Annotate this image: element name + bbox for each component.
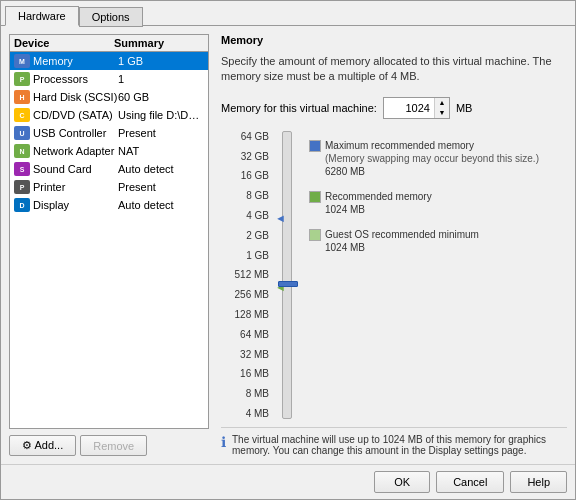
legend-text-2: Guest OS recommended minimum1024 MB	[325, 228, 479, 254]
scale-label: 512 MB	[221, 269, 269, 280]
tab-hardware[interactable]: Hardware	[5, 6, 79, 26]
memory-input-row: Memory for this virtual machine: ▲ ▼ MB	[221, 97, 567, 119]
legend-color-0	[309, 140, 321, 152]
dialog: Hardware Options Device Summary MMemory1…	[0, 0, 576, 500]
device-col-header: Device	[14, 37, 114, 49]
cancel-button[interactable]: Cancel	[436, 471, 504, 493]
scale-label: 8 GB	[221, 190, 269, 201]
spin-up[interactable]: ▲	[435, 98, 449, 108]
memory-input-box: ▲ ▼	[383, 97, 450, 119]
info-icon: ℹ	[221, 434, 226, 450]
device-row-sound-card[interactable]: SSound CardAuto detect	[10, 160, 208, 178]
scale-label: 8 MB	[221, 388, 269, 399]
network-adapter-icon: N	[14, 144, 30, 158]
slider-track[interactable]: ◄ ◄	[282, 131, 292, 419]
device-row-display[interactable]: DDisplayAuto detect	[10, 196, 208, 214]
usb-controller-summary: Present	[118, 127, 204, 139]
info-text: The virtual machine will use up to 1024 …	[232, 434, 567, 456]
scale-label: 16 GB	[221, 170, 269, 181]
printer-summary: Present	[118, 181, 204, 193]
summary-col-header: Summary	[114, 37, 164, 49]
processors-icon: P	[14, 72, 30, 86]
scale-label: 128 MB	[221, 309, 269, 320]
memory-input-label: Memory for this virtual machine:	[221, 102, 377, 114]
device-row-memory[interactable]: MMemory1 GB	[10, 52, 208, 70]
usb-controller-name: USB Controller	[33, 127, 118, 139]
cd-dvd-sata-name: CD/DVD (SATA)	[33, 109, 118, 121]
memory-icon: M	[14, 54, 30, 68]
sound-card-name: Sound Card	[33, 163, 118, 175]
scale-label: 4 MB	[221, 408, 269, 419]
tab-options[interactable]: Options	[79, 7, 143, 27]
help-button[interactable]: Help	[510, 471, 567, 493]
slider-labels: 64 GB32 GB16 GB8 GB4 GB2 GB1 GB512 MB256…	[221, 131, 269, 419]
hard-disk-scsi-icon: H	[14, 90, 30, 104]
slider-legend: Maximum recommended memory(Memory swappi…	[305, 131, 539, 419]
legend-item-0: Maximum recommended memory(Memory swappi…	[309, 139, 539, 178]
memory-section-title: Memory	[221, 34, 567, 46]
remove-button[interactable]: Remove	[80, 435, 147, 456]
display-icon: D	[14, 198, 30, 212]
sound-card-icon: S	[14, 162, 30, 176]
tab-bar: Hardware Options	[1, 1, 575, 26]
device-table-header: Device Summary	[10, 35, 208, 52]
btn-row: ⚙ Add... Remove	[9, 433, 209, 456]
memory-spinner: ▲ ▼	[434, 98, 449, 118]
device-row-network-adapter[interactable]: NNetwork AdapterNAT	[10, 142, 208, 160]
footer: OK Cancel Help	[1, 464, 575, 499]
scale-label: 16 MB	[221, 368, 269, 379]
main-content: Device Summary MMemory1 GBPProcessors1HH…	[1, 26, 575, 464]
usb-controller-icon: U	[14, 126, 30, 140]
hard-disk-scsi-summary: 60 GB	[118, 91, 204, 103]
scale-label: 4 GB	[221, 210, 269, 221]
display-summary: Auto detect	[118, 199, 204, 211]
legend-item-1: Recommended memory1024 MB	[309, 190, 539, 216]
legend-color-1	[309, 191, 321, 203]
legend-item-2: Guest OS recommended minimum1024 MB	[309, 228, 539, 254]
printer-icon: P	[14, 180, 30, 194]
scale-label: 256 MB	[221, 289, 269, 300]
right-panel: Memory Specify the amount of memory allo…	[217, 34, 567, 456]
processors-name: Processors	[33, 73, 118, 85]
ok-button[interactable]: OK	[374, 471, 430, 493]
cd-dvd-sata-icon: C	[14, 108, 30, 122]
scale-label: 32 MB	[221, 349, 269, 360]
slider-track-container: ◄ ◄	[273, 131, 301, 419]
scale-label: 32 GB	[221, 151, 269, 162]
scale-label: 1 GB	[221, 250, 269, 261]
add-button[interactable]: ⚙ Add...	[9, 435, 76, 456]
printer-name: Printer	[33, 181, 118, 193]
device-row-cd-dvd-sata[interactable]: CCD/DVD (SATA)Using file D:\DOCUMENT\AP\…	[10, 106, 208, 124]
slider-area: 64 GB32 GB16 GB8 GB4 GB2 GB1 GB512 MB256…	[221, 131, 567, 419]
device-row-processors[interactable]: PProcessors1	[10, 70, 208, 88]
slider-thumb[interactable]	[278, 281, 298, 287]
scale-label: 2 GB	[221, 230, 269, 241]
memory-summary: 1 GB	[118, 55, 204, 67]
device-row-printer[interactable]: PPrinterPresent	[10, 178, 208, 196]
legend-text-0: Maximum recommended memory(Memory swappi…	[325, 139, 539, 178]
left-panel: Device Summary MMemory1 GBPProcessors1HH…	[9, 34, 209, 456]
processors-summary: 1	[118, 73, 204, 85]
scale-label: 64 MB	[221, 329, 269, 340]
add-icon: ⚙	[22, 439, 32, 451]
max-rec-arrow: ◄	[275, 212, 286, 224]
memory-input[interactable]	[384, 100, 434, 116]
device-rows: MMemory1 GBPProcessors1HHard Disk (SCSI)…	[10, 52, 208, 214]
network-adapter-name: Network Adapter	[33, 145, 118, 157]
cd-dvd-sata-summary: Using file D:\DOCUMENT\AP\Hiren\Hi...	[118, 109, 204, 121]
hard-disk-scsi-name: Hard Disk (SCSI)	[33, 91, 118, 103]
sound-card-summary: Auto detect	[118, 163, 204, 175]
info-bar: ℹ The virtual machine will use up to 102…	[221, 427, 567, 456]
legend-text-1: Recommended memory1024 MB	[325, 190, 432, 216]
scale-label: 64 GB	[221, 131, 269, 142]
device-row-usb-controller[interactable]: UUSB ControllerPresent	[10, 124, 208, 142]
network-adapter-summary: NAT	[118, 145, 204, 157]
spin-down[interactable]: ▼	[435, 108, 449, 118]
mb-label: MB	[456, 102, 473, 114]
display-name: Display	[33, 199, 118, 211]
legend-color-2	[309, 229, 321, 241]
device-table: Device Summary MMemory1 GBPProcessors1HH…	[9, 34, 209, 429]
memory-description: Specify the amount of memory allocated t…	[221, 54, 567, 85]
device-row-hard-disk-scsi[interactable]: HHard Disk (SCSI)60 GB	[10, 88, 208, 106]
memory-name: Memory	[33, 55, 118, 67]
